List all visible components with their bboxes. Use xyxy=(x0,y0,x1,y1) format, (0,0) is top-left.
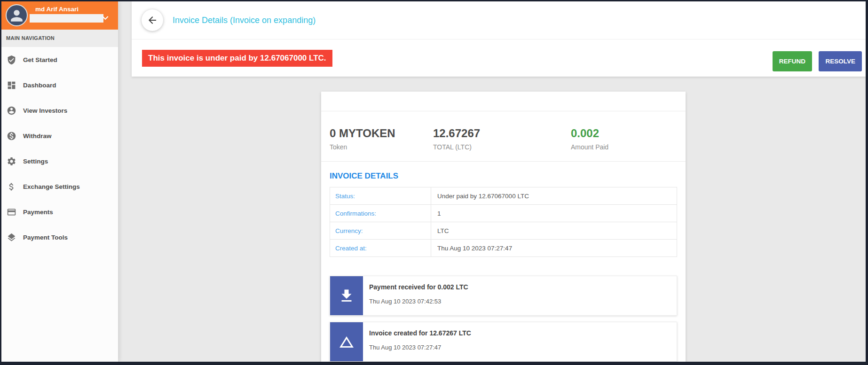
stat-value: 12.67267 xyxy=(433,127,571,140)
sidebar: md Arif Ansari MAIN NAVIGATION Get Start… xyxy=(1,1,118,362)
money-circle-icon xyxy=(7,131,16,141)
event-invoice-created: Invoice created for 12.67267 LTC Thu Aug… xyxy=(330,322,677,362)
table-row: Created at: Thu Aug 10 2023 07:27:47 xyxy=(330,240,677,257)
refund-button[interactable]: REFUND xyxy=(773,51,812,71)
sidebar-item-view-investors[interactable]: View Investors xyxy=(1,98,118,123)
stat-label: Amount Paid xyxy=(571,143,608,151)
sidebar-item-dashboard[interactable]: Dashboard xyxy=(1,72,118,98)
user-email-redacted xyxy=(30,14,103,23)
dollar-icon xyxy=(7,182,16,192)
invoice-card-top xyxy=(321,92,686,111)
user-panel: md Arif Ansari xyxy=(1,1,118,30)
stat-label: TOTAL (LTC) xyxy=(433,143,571,151)
sidebar-item-label: Dashboard xyxy=(23,82,56,89)
invoice-stats: 0 MYTOKEN Token 12.67267 TOTAL (LTC) 0.0… xyxy=(321,111,686,162)
user-name: md Arif Ansari xyxy=(35,6,79,13)
dashboard-grid-icon xyxy=(7,80,16,90)
sidebar-item-label: Payment Tools xyxy=(23,234,68,241)
user-dropdown-toggle[interactable] xyxy=(99,12,111,24)
event-title: Payment received for 0.002 LTC xyxy=(369,283,468,291)
back-button[interactable] xyxy=(142,9,163,31)
download-icon xyxy=(338,287,355,304)
event-payment-received: Payment received for 0.002 LTC Thu Aug 1… xyxy=(330,276,677,316)
app-window: md Arif Ansari MAIN NAVIGATION Get Start… xyxy=(0,0,868,365)
event-title: Invoice created for 12.67267 LTC xyxy=(369,329,471,337)
arrow-left-icon xyxy=(147,15,158,26)
credit-card-icon xyxy=(7,207,16,217)
person-icon xyxy=(8,7,25,24)
stat-value: 0 MYTOKEN xyxy=(330,127,433,140)
invoice-events: Payment received for 0.002 LTC Thu Aug 1… xyxy=(321,276,686,362)
detail-value: LTC xyxy=(431,222,677,240)
stat-value: 0.002 xyxy=(571,127,608,140)
detail-label: Currency: xyxy=(330,222,431,240)
detail-value: Thu Aug 10 2023 07:27:47 xyxy=(431,240,677,257)
stat-amount-paid: 0.002 Amount Paid xyxy=(571,127,608,161)
page-header: Invoice Details (Invoice on expanding) T… xyxy=(132,1,866,77)
sidebar-item-exchange-settings[interactable]: Exchange Settings xyxy=(1,174,118,199)
shield-check-icon xyxy=(7,55,16,65)
table-row: Confirmations: 1 xyxy=(330,205,677,222)
event-timestamp: Thu Aug 10 2023 07:27:47 xyxy=(369,344,471,351)
table-row: Currency: LTC xyxy=(330,222,677,240)
resolve-button[interactable]: RESOLVE xyxy=(819,51,862,71)
detail-label: Confirmations: xyxy=(330,205,431,222)
alert-row: This invoice is under paid by 12.6706700… xyxy=(132,39,866,77)
table-row: Status: Under paid by 12.67067000 LTC xyxy=(330,187,677,205)
layers-icon xyxy=(7,233,16,242)
detail-label: Status: xyxy=(330,187,431,205)
detail-label: Created at: xyxy=(330,240,431,257)
avatar xyxy=(6,4,28,26)
event-icon-box xyxy=(330,322,363,361)
sidebar-item-label: Settings xyxy=(23,158,48,165)
sidebar-item-get-started[interactable]: Get Started xyxy=(1,47,118,72)
invoice-details-heading: INVOICE DETAILS xyxy=(330,171,677,181)
gear-icon xyxy=(7,156,16,166)
stat-token: 0 MYTOKEN Token xyxy=(330,127,433,161)
sidebar-item-label: Withdraw xyxy=(23,132,52,140)
person-circle-icon xyxy=(7,106,16,116)
triangle-icon xyxy=(338,334,355,350)
event-body: Invoice created for 12.67267 LTC Thu Aug… xyxy=(363,322,471,361)
sidebar-item-payment-tools[interactable]: Payment Tools xyxy=(1,225,118,250)
event-body: Payment received for 0.002 LTC Thu Aug 1… xyxy=(363,276,468,315)
invoice-card: 0 MYTOKEN Token 12.67267 TOTAL (LTC) 0.0… xyxy=(321,92,686,365)
sidebar-item-label: View Investors xyxy=(23,107,67,114)
action-buttons: REFUND RESOLVE xyxy=(773,51,862,71)
sidebar-item-label: Payments xyxy=(23,209,53,216)
chevron-down-icon xyxy=(99,12,111,24)
page-title: Invoice Details (Invoice on expanding) xyxy=(173,16,316,25)
sidebar-item-settings[interactable]: Settings xyxy=(1,148,118,174)
event-timestamp: Thu Aug 10 2023 07:42:53 xyxy=(369,298,468,305)
event-icon-box xyxy=(330,276,363,315)
invoice-details-table: Status: Under paid by 12.67067000 LTC Co… xyxy=(330,187,677,257)
sidebar-item-withdraw[interactable]: Withdraw xyxy=(1,123,118,148)
detail-value: 1 xyxy=(431,205,677,222)
sidebar-item-payments[interactable]: Payments xyxy=(1,199,118,225)
stat-label: Token xyxy=(330,143,433,151)
stat-total: 12.67267 TOTAL (LTC) xyxy=(433,127,571,161)
sidebar-item-label: Exchange Settings xyxy=(23,183,80,190)
title-row: Invoice Details (Invoice on expanding) xyxy=(132,1,866,39)
detail-value: Under paid by 12.67067000 LTC xyxy=(431,187,677,205)
sidebar-section-label: MAIN NAVIGATION xyxy=(1,30,118,47)
underpaid-alert: This invoice is under paid by 12.6706700… xyxy=(142,50,332,67)
sidebar-item-label: Get Started xyxy=(23,56,57,63)
